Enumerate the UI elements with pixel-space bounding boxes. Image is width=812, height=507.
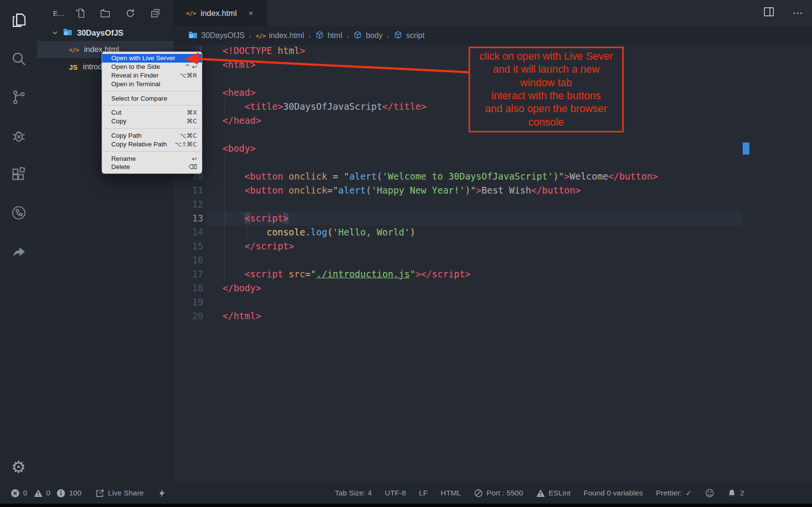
code-line-20[interactable]: 20</html>	[173, 309, 812, 323]
code-line-17[interactable]: 17 <script src="./introduction.js"></scr…	[173, 267, 812, 281]
line-number: 17	[173, 267, 203, 281]
line-number: 18	[173, 281, 203, 295]
status-bolt[interactable]	[157, 489, 167, 498]
breadcrumb-separator: ›	[249, 32, 251, 40]
line-content: <!DOCTYPE html>	[203, 44, 305, 58]
new-file-icon[interactable]	[75, 8, 86, 19]
menu-item-reveal-in-finder[interactable]: Reveal in Finder⌥⌘R	[102, 71, 202, 80]
tab-index-html[interactable]: </> index.html ×	[173, 0, 267, 26]
new-folder-icon[interactable]	[100, 8, 111, 19]
code-line-19[interactable]: 19	[173, 295, 812, 309]
split-editor-icon[interactable]	[763, 6, 775, 20]
chevron-down-icon	[52, 29, 58, 36]
symbol-cube-icon	[353, 30, 362, 41]
status-live-share[interactable]: Live Share	[95, 489, 144, 498]
status-warnings-count[interactable]: 0	[34, 489, 51, 498]
menu-item-copy-relative-path[interactable]: Copy Relative Path⌥⇧⌘C	[102, 140, 202, 148]
menu-item-open-to-the-side[interactable]: Open to the Side^ ↩	[102, 63, 202, 71]
breadcrumb-symbol-html[interactable]: html	[315, 30, 342, 41]
code-line-10[interactable]: 10 <button onclick = "alert('Welcome to …	[173, 169, 812, 183]
menu-item-shortcut: ⌥⌘R	[180, 72, 197, 79]
more-actions-icon[interactable]: ⋯	[792, 7, 803, 19]
menu-item-open-in-terminal[interactable]: Open in Terminal	[102, 79, 202, 88]
refresh-icon[interactable]	[125, 8, 136, 19]
menu-item-copy-path[interactable]: Copy Path⌥⌘C	[102, 131, 202, 140]
line-number: 20	[173, 309, 203, 323]
status-label: HTML	[441, 489, 461, 497]
line-number: 11	[173, 183, 203, 197]
explorer-icon[interactable]	[0, 6, 37, 35]
status-info-count[interactable]: 100	[56, 489, 81, 498]
code-line-14[interactable]: 14 console.log('Hello, World')	[173, 225, 812, 239]
code-line-13[interactable]: 13 <script>	[173, 211, 812, 225]
status-eslint[interactable]: ESLint	[536, 489, 571, 498]
line-content	[203, 128, 223, 142]
bell-icon	[727, 489, 736, 498]
code-line-16[interactable]: 16	[173, 253, 812, 267]
status-variables-found[interactable]: Found 0 variables	[584, 489, 643, 497]
status-tab-size[interactable]: Tab Size: 4	[335, 489, 372, 497]
overview-ruler-marker[interactable]	[743, 143, 749, 155]
menu-separator	[102, 91, 202, 91]
menu-item-label: Open with Live Server	[111, 54, 175, 62]
status-label: Live Share	[108, 489, 144, 497]
menu-item-cut[interactable]: Cut⌘X	[102, 108, 202, 117]
liveshare-icon	[95, 489, 105, 498]
status-label: ESLint	[549, 489, 571, 497]
status-eol[interactable]: LF	[419, 489, 428, 497]
status-bar: 00100Live Share Tab Size: 4UTF-8LFHTMLPo…	[0, 482, 812, 504]
code-line-15[interactable]: 15 </script>	[173, 239, 812, 253]
code-line-12[interactable]: 12	[173, 197, 812, 211]
annotation-box: click on open with Live Severand it will…	[469, 47, 624, 132]
source-control-icon[interactable]	[0, 83, 37, 112]
menu-item-copy[interactable]: Copy⌘C	[102, 117, 202, 126]
breadcrumb-symbol-body[interactable]: body	[353, 30, 382, 41]
code-line-11[interactable]: 11 <button onclick="alert('Happy New Yea…	[173, 183, 812, 197]
html-file-icon: </>	[256, 32, 265, 39]
breadcrumb-separator: ›	[346, 32, 349, 40]
breadcrumb-folder[interactable]: 30DaysOfJS	[188, 31, 245, 41]
run-debug-icon[interactable]	[0, 121, 37, 150]
status-prettier[interactable]: Prettier:✓	[656, 489, 692, 498]
code-line-18[interactable]: 18</body>	[173, 281, 812, 295]
menu-item-delete[interactable]: Delete⌫	[102, 163, 202, 171]
collapse-all-icon[interactable]	[150, 8, 161, 19]
status-live-server-port[interactable]: Port : 5500	[474, 489, 523, 498]
tab-label: index.html	[200, 9, 236, 18]
breadcrumb-symbol-script[interactable]: script	[393, 30, 424, 41]
menu-item-label: Open to the Side	[111, 63, 160, 70]
menu-item-shortcut: ⌘C	[187, 117, 197, 125]
status-encoding[interactable]: UTF-8	[385, 489, 406, 497]
line-content: <script src="./introduction.js"></script…	[203, 267, 471, 281]
line-content: <script>	[203, 211, 288, 225]
menu-item-select-for-compare[interactable]: Select for Compare	[102, 94, 202, 103]
warning-icon	[536, 489, 545, 498]
settings-gear-icon[interactable]: ⚙	[0, 453, 37, 481]
share-icon[interactable]	[0, 237, 37, 266]
live-share-icon[interactable]	[0, 198, 37, 227]
workspace-row-30daysofjs[interactable]: 30DaysOfJS	[37, 25, 173, 41]
menu-item-rename[interactable]: Rename↩	[102, 154, 202, 163]
tab-close-icon[interactable]: ×	[249, 9, 253, 18]
vscode-window: </> index.html × ⋯ 30DaysOfJS › </>	[0, 0, 812, 507]
status-language-mode[interactable]: HTML	[441, 489, 461, 497]
annotation-line: click on open with Live Sever	[470, 50, 622, 63]
status-notifications[interactable]: 2	[727, 489, 744, 498]
line-number: 15	[173, 239, 203, 253]
extensions-icon[interactable]	[0, 160, 37, 189]
line-content: </script>	[203, 239, 294, 253]
code-line-8[interactable]: 8<body>	[173, 142, 812, 156]
breadcrumb-file[interactable]: </> index.html	[256, 31, 304, 40]
code-line-9[interactable]: 9	[173, 156, 812, 169]
line-content	[203, 72, 223, 86]
status-errors-count[interactable]: 0	[11, 489, 27, 498]
menu-item-label: Delete	[111, 163, 130, 170]
menu-item-open-with-live-server[interactable]: Open with Live Server	[102, 54, 202, 63]
editor-actions: ⋯	[763, 6, 803, 20]
status-feedback-smiley[interactable]: ☺	[705, 488, 715, 498]
annotation-line: and it will launch a new	[470, 63, 622, 76]
line-content	[203, 295, 223, 309]
menu-item-label: Reveal in Finder	[111, 72, 158, 79]
search-icon[interactable]	[0, 44, 37, 73]
menu-item-label: Rename	[111, 155, 136, 162]
